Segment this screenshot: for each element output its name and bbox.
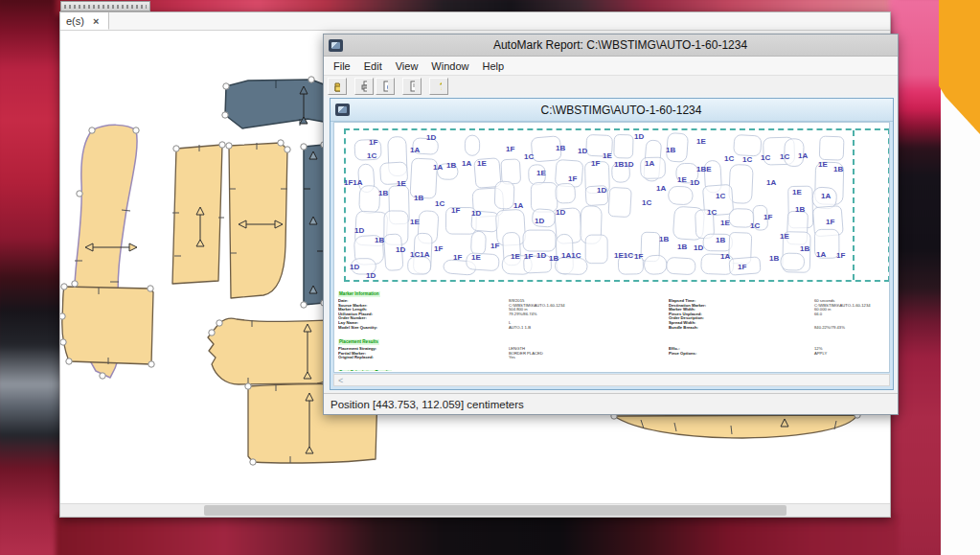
- pattern-piece-mid-panel-b[interactable]: [229, 143, 287, 298]
- marker-label: 1B: [716, 236, 725, 244]
- menu-help[interactable]: Help: [475, 58, 511, 75]
- marker-piece-labels: 1F1D1A1C1F1B1D1E1A1E1A1B1C1E1F1F1A1E1F1B…: [346, 130, 888, 280]
- marker-label: 1F: [634, 252, 643, 261]
- marker-label: 1E: [477, 159, 487, 168]
- marker-label: 1B: [556, 144, 565, 152]
- marker-label: 1A: [816, 250, 826, 259]
- report-statistics: Marker InformationDate:8/8/2015Elapsed T…: [338, 282, 887, 371]
- report-field-value: 840.22%/79.43%: [814, 326, 887, 331]
- marker-label: 1E: [603, 151, 612, 160]
- report-window-titlebar[interactable]: AutoMark Report: C:\WBSTIMG\AUTO-1-60-12…: [324, 35, 898, 57]
- marker-label: 1A: [410, 146, 420, 154]
- marker-label: 1C: [642, 198, 651, 207]
- svg-text:?: ?: [440, 81, 442, 92]
- marker-label: 1D: [536, 251, 546, 260]
- print-preview-button[interactable]: [376, 78, 395, 95]
- marker-label: 1D: [535, 217, 544, 225]
- marker-label: 1F: [826, 218, 834, 226]
- marker-label: 1D: [634, 132, 644, 141]
- marker-label: 1C: [367, 151, 376, 160]
- marker-label: 1B: [666, 146, 675, 154]
- main-horizontal-scrollbar[interactable]: [60, 503, 890, 517]
- pattern-piece-collar[interactable]: [208, 318, 332, 384]
- scroll-left-arrow-icon[interactable]: <: [338, 376, 343, 385]
- marker-label: 1F: [453, 253, 462, 262]
- properties-button[interactable]: [402, 78, 422, 95]
- marker-label: 1D: [694, 243, 703, 252]
- report-row: Original Replaced:Yes: [338, 356, 887, 360]
- marker-label: 1D: [396, 245, 405, 254]
- marker-layout[interactable]: 1F1D1A1C1F1B1D1E1A1E1A1B1C1E1F1F1A1E1F1B…: [344, 128, 890, 282]
- marker-label: 1D: [366, 271, 376, 280]
- marker-label: 1D: [578, 147, 587, 155]
- print-icon: [361, 81, 367, 92]
- marker-label: 1F1A: [344, 178, 363, 187]
- automark-report-window: AutoMark Report: C:\WBSTIMG\AUTO-1-60-12…: [323, 34, 899, 415]
- marker-label: 1E: [536, 169, 546, 177]
- main-scrollbar-thumb[interactable]: [204, 505, 786, 516]
- marker-label: 1A: [798, 151, 808, 160]
- properties-icon: [409, 81, 415, 92]
- print-button[interactable]: [354, 78, 374, 95]
- marker-label: 1F: [434, 244, 443, 253]
- marker-label: 1C: [724, 154, 734, 163]
- marker-document-window: C:\WBSTIMG\AUTO-1-60-1234 1F1D1A1C1F1B1D…: [330, 98, 894, 390]
- report-field-value: AUTO-1 1-B: [509, 326, 669, 331]
- open-marker-button[interactable]: [328, 78, 347, 95]
- marker-label: 1F: [591, 159, 600, 168]
- report-field-label: [669, 356, 814, 360]
- marker-horizontal-scrollbar[interactable]: <: [333, 374, 890, 386]
- marker-label: 1A: [645, 159, 654, 168]
- menu-edit[interactable]: Edit: [357, 58, 389, 75]
- pattern-piece-slate-strip[interactable]: [304, 145, 324, 305]
- marker-label: 1E: [397, 179, 406, 188]
- tab-label: e(s): [66, 15, 84, 27]
- screen: e(s) ×: [0, 0, 980, 555]
- help-icon: ?: [436, 81, 442, 92]
- report-section-header: Marker Information: [338, 291, 380, 297]
- marker-label: 1E: [696, 137, 706, 146]
- marker-label: 1E1C: [614, 251, 633, 260]
- marker-report-content: 1F1D1A1C1F1B1D1E1A1E1A1B1C1E1F1F1A1E1F1B…: [333, 122, 890, 373]
- menu-bar: FileEditViewWindowHelp: [324, 57, 898, 76]
- status-position-text: Position [443.753, 112.059] centimeters: [330, 399, 524, 410]
- pattern-piece-slate-top[interactable]: [225, 80, 329, 128]
- marker-label: 1A: [766, 178, 776, 187]
- mdi-client-area: C:\WBSTIMG\AUTO-1-60-1234 1F1D1A1C1F1B1D…: [324, 96, 898, 392]
- report-field-label: Bundle Breach:: [669, 326, 814, 331]
- menu-window[interactable]: Window: [424, 58, 475, 75]
- menu-view[interactable]: View: [389, 58, 425, 75]
- marker-label: 1B: [677, 243, 687, 251]
- marker-label: 1E: [677, 175, 687, 184]
- marker-label: 1B: [414, 194, 423, 202]
- marker-label: 1BE: [696, 165, 712, 173]
- tab-close-icon[interactable]: ×: [93, 15, 99, 27]
- marker-label: 1F: [738, 263, 746, 271]
- report-field-value: [814, 356, 887, 360]
- pattern-piece-bottom-left[interactable]: [62, 287, 153, 364]
- marker-label: 1C: [524, 152, 534, 161]
- marker-label: 1C: [435, 199, 444, 208]
- marker-label: 1C1A: [410, 250, 429, 259]
- help-button[interactable]: ?: [429, 78, 448, 95]
- report-row: Model Size Quantity:AUTO-1 1-BBundle Bre…: [338, 326, 887, 331]
- marker-label: 1C: [716, 192, 725, 200]
- menu-file[interactable]: File: [327, 58, 357, 75]
- report-window-title: AutoMark Report: C:\WBSTIMG\AUTO-1-60-12…: [343, 38, 898, 52]
- white-panel-right: [941, 84, 980, 555]
- marker-label: 1F: [451, 206, 460, 215]
- report-section-header: Placement Results: [338, 339, 379, 345]
- marker-window-titlebar[interactable]: C:\WBSTIMG\AUTO-1-60-1234: [330, 99, 893, 122]
- marker-label: 1A: [433, 163, 443, 172]
- marker-label: 1B: [833, 165, 843, 173]
- tab-pieces[interactable]: e(s) ×: [60, 12, 109, 30]
- pattern-piece-mid-panel-a[interactable]: [172, 145, 224, 284]
- marker-label: 1E: [780, 232, 789, 241]
- marker-label: 1E: [792, 188, 802, 197]
- pattern-piece-bottom-right[interactable]: [614, 415, 857, 438]
- marker-label: 1E: [471, 253, 481, 262]
- background-toolbar-fragment: [60, 1, 150, 12]
- marker-label: 1C: [707, 208, 717, 217]
- marker-label: 1A1C: [561, 251, 581, 260]
- photo-car-seat-left: [0, 0, 63, 555]
